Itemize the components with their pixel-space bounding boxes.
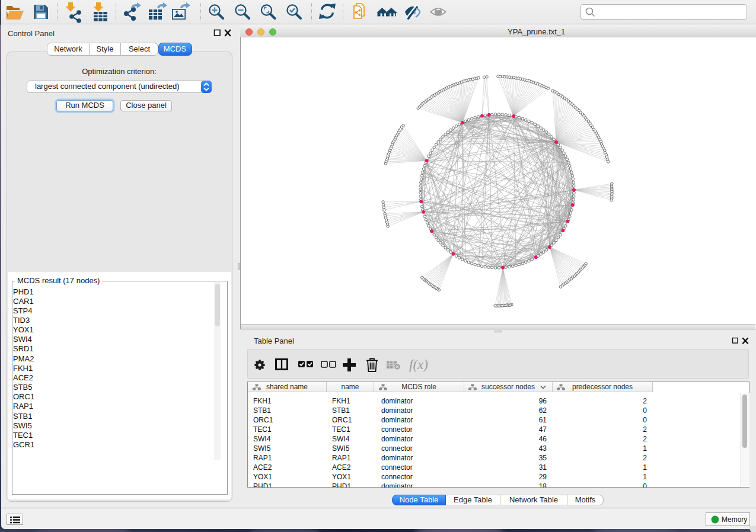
svg-text:f(x): f(x) [409,357,428,372]
